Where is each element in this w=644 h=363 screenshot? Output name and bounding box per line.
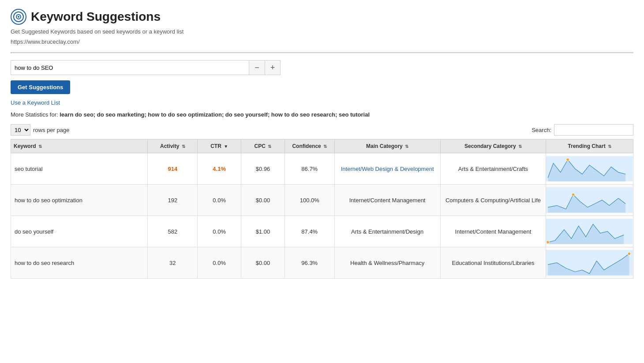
cell-secondary-category: Internet/Content Management bbox=[440, 216, 546, 247]
cell-activity: 192 bbox=[148, 185, 198, 216]
cell-ctr: 4.1% bbox=[198, 153, 241, 185]
cell-keyword: do seo yourself bbox=[11, 216, 148, 247]
cell-main-category[interactable]: Internet/Web Design & Development bbox=[334, 153, 440, 185]
more-stats-prefix: More Statistics for: bbox=[11, 111, 60, 118]
svg-point-6 bbox=[566, 158, 569, 161]
table-controls: 10 25 50 rows per page Search: bbox=[11, 124, 633, 136]
trending-chart-svg bbox=[546, 153, 633, 184]
cell-secondary-category: Educational Institutions/Libraries bbox=[440, 247, 546, 279]
cell-trending-chart bbox=[546, 153, 633, 185]
cell-secondary-category: Arts & Entertainment/Crafts bbox=[440, 153, 546, 185]
col-header-keyword[interactable]: Keyword ⇅ bbox=[11, 140, 148, 153]
table-row: how to do seo research320.0%$0.0096.3%He… bbox=[11, 247, 633, 279]
trending-chart-svg bbox=[546, 216, 633, 247]
cell-trending-chart bbox=[546, 185, 633, 216]
col-header-ctr[interactable]: CTR ▼ bbox=[198, 140, 241, 153]
get-suggestions-button[interactable]: Get Suggestions bbox=[11, 80, 70, 94]
cell-confidence: 96.3% bbox=[285, 247, 334, 279]
svg-point-15 bbox=[628, 252, 631, 255]
cell-confidence: 87.4% bbox=[285, 216, 334, 247]
table-row: seo tutorial9144.1%$0.9686.7%Internet/We… bbox=[11, 153, 633, 185]
sort-arrow-ctr: ▼ bbox=[224, 144, 228, 149]
col-header-trending-chart[interactable]: Trending Chart ⇅ bbox=[546, 140, 633, 153]
cell-keyword: how to do seo research bbox=[11, 247, 148, 279]
more-stats: More Statistics for: learn do seo; do se… bbox=[11, 111, 633, 118]
col-header-confidence[interactable]: Confidence ⇅ bbox=[285, 140, 334, 153]
rows-per-page-control: 10 25 50 rows per page bbox=[11, 124, 69, 136]
cell-activity: 582 bbox=[148, 216, 198, 247]
keyword-table: Keyword ⇅ Activity ⇅ CTR ▼ CPC ⇅ Confide… bbox=[11, 139, 633, 279]
keyword-input-row: − + bbox=[11, 60, 633, 75]
rows-per-page-select[interactable]: 10 25 50 bbox=[11, 124, 30, 136]
cell-ctr: 0.0% bbox=[198, 247, 241, 279]
cell-activity: 32 bbox=[148, 247, 198, 279]
cell-secondary-category: Computers & Computing/Artificial Life bbox=[440, 185, 546, 216]
site-url: https://www.bruceclay.com/ bbox=[11, 38, 633, 45]
sort-arrow-sec-cat: ⇅ bbox=[518, 144, 522, 149]
cell-trending-chart bbox=[546, 247, 633, 279]
sort-arrow-activity: ⇅ bbox=[182, 144, 185, 149]
svg-point-12 bbox=[547, 241, 550, 244]
col-header-activity[interactable]: Activity ⇅ bbox=[148, 140, 198, 153]
page-icon bbox=[11, 9, 26, 25]
cell-confidence: 86.7% bbox=[285, 153, 334, 185]
main-container: Keyword Suggestions Get Suggested Keywor… bbox=[0, 0, 644, 287]
table-header-row: Keyword ⇅ Activity ⇅ CTR ▼ CPC ⇅ Confide… bbox=[11, 140, 633, 153]
rows-per-page-label: rows per page bbox=[33, 127, 69, 133]
cell-main-category: Health & Wellness/Pharmacy bbox=[334, 247, 440, 279]
svg-point-3 bbox=[18, 16, 19, 18]
sort-arrow-main-cat: ⇅ bbox=[405, 144, 408, 149]
cell-cpc: $0.00 bbox=[241, 185, 285, 216]
cell-main-category: Internet/Content Management bbox=[334, 185, 440, 216]
sort-arrow-cpc: ⇅ bbox=[268, 144, 271, 149]
main-category-link[interactable]: Internet/Web Design & Development bbox=[341, 166, 434, 172]
table-row: do seo yourself5820.0%$1.0087.4%Arts & E… bbox=[11, 216, 633, 247]
cell-activity: 914 bbox=[148, 153, 198, 185]
minus-button[interactable]: − bbox=[249, 60, 265, 75]
keyword-input[interactable] bbox=[11, 60, 249, 75]
cell-confidence: 100.0% bbox=[285, 185, 334, 216]
sort-arrow-trending: ⇅ bbox=[608, 144, 611, 149]
table-row: how to do seo optimization1920.0%$0.0010… bbox=[11, 185, 633, 216]
title-row: Keyword Suggestions bbox=[11, 9, 633, 25]
search-label: Search: bbox=[532, 127, 551, 133]
svg-point-9 bbox=[572, 193, 575, 196]
sort-arrow-keyword: ⇅ bbox=[38, 144, 42, 149]
use-keyword-link[interactable]: Use a Keyword List bbox=[11, 99, 633, 106]
cell-cpc: $0.00 bbox=[241, 247, 285, 279]
col-header-secondary-category[interactable]: Secondary Category ⇅ bbox=[440, 140, 546, 153]
cell-cpc: $1.00 bbox=[241, 216, 285, 247]
cell-cpc: $0.96 bbox=[241, 153, 285, 185]
search-input[interactable] bbox=[554, 124, 633, 136]
col-header-main-category[interactable]: Main Category ⇅ bbox=[334, 140, 440, 153]
subtitle: Get Suggested Keywords based on seed key… bbox=[11, 28, 633, 35]
table-body: seo tutorial9144.1%$0.9686.7%Internet/We… bbox=[11, 153, 633, 279]
cell-main-category: Arts & Entertainment/Design bbox=[334, 216, 440, 247]
col-header-cpc[interactable]: CPC ⇅ bbox=[241, 140, 285, 153]
cell-trending-chart bbox=[546, 216, 633, 247]
trending-chart-svg bbox=[546, 185, 633, 216]
sort-arrow-confidence: ⇅ bbox=[323, 144, 327, 149]
trending-chart-svg bbox=[546, 247, 633, 278]
page-title: Keyword Suggestions bbox=[31, 10, 161, 24]
cell-ctr: 0.0% bbox=[198, 216, 241, 247]
cell-ctr: 0.0% bbox=[198, 185, 241, 216]
top-divider bbox=[11, 52, 633, 53]
plus-button[interactable]: + bbox=[265, 60, 281, 75]
cell-keyword: how to do seo optimization bbox=[11, 185, 148, 216]
more-stats-keywords: learn do seo; do seo marketing; how to d… bbox=[60, 111, 370, 118]
cell-keyword: seo tutorial bbox=[11, 153, 148, 185]
search-row: Search: bbox=[532, 124, 633, 136]
